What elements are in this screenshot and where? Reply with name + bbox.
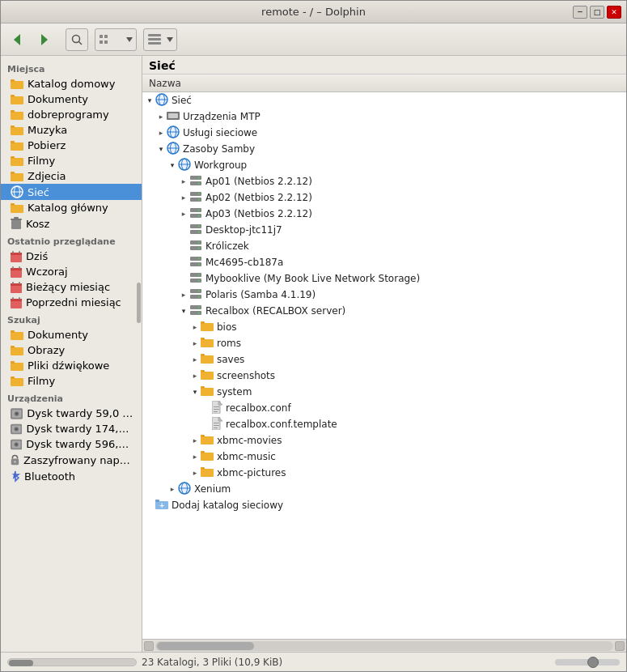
- tree-item-dodaj[interactable]: +Dodaj katalog sieciowy: [142, 497, 626, 513]
- sidebar-item-dobreprogramy[interactable]: dobreprogramy: [1, 107, 142, 122]
- tree-item-workgroup[interactable]: ▾Workgroup: [142, 157, 626, 173]
- expand-arrow[interactable]: ▸: [178, 289, 189, 300]
- tree-item-polaris[interactable]: ▸Polaris (Samba 4.1.19): [142, 287, 626, 303]
- expand-arrow[interactable]: ▸: [189, 467, 201, 478]
- collapse-arrow[interactable]: ▾: [178, 305, 189, 317]
- expand-arrow[interactable]: ▸: [189, 451, 201, 462]
- sidebar-item-biezacy[interactable]: Bieżący miesiąc: [1, 279, 142, 295]
- tree-item-label: Króliczek: [205, 240, 249, 252]
- sidebar-item-siec[interactable]: Sieć: [1, 184, 142, 200]
- tree-item-ap03[interactable]: ▸Ap03 (Netbios 2.2.12): [142, 206, 626, 222]
- sidebar-item-katalog-glowny[interactable]: Katalog główny: [1, 200, 142, 215]
- tree-item-desktop[interactable]: Desktop-jtc11j7: [142, 222, 626, 238]
- tree-item-ap02[interactable]: ▸Ap02 (Netbios 2.2.12): [142, 189, 626, 206]
- expand-arrow[interactable]: ▸: [178, 208, 189, 219]
- sidebar: Miejsca Katalog domowy Dokumenty dobrepr…: [1, 56, 142, 652]
- tree-item-mybooklive[interactable]: Mybooklive (My Book Live Network Storage…: [142, 270, 626, 287]
- svg-rect-51: [19, 297, 20, 300]
- sidebar-item-pobierz[interactable]: Pobierz: [1, 138, 142, 153]
- scroll-right-button[interactable]: [615, 641, 625, 651]
- tree-item-urzadzenia-mtp[interactable]: ▸Urządzenia MTP: [142, 108, 626, 125]
- sidebar-item-muzyka[interactable]: Muzyka: [1, 122, 142, 138]
- svg-rect-125: [201, 321, 205, 324]
- no-arrow: [178, 224, 189, 236]
- sidebar-item-dzis[interactable]: Dziś: [1, 249, 142, 264]
- tree-item-uslugi-sieciowe[interactable]: ▸Usługi sieciowe: [142, 125, 626, 141]
- tree-item-ap01[interactable]: ▸Ap01 (Netbios 2.2.12): [142, 173, 626, 189]
- tree-item-xenium[interactable]: ▸Xenium: [142, 481, 626, 497]
- sidebar-search-pliki-dzwiekowe[interactable]: Pliki dźwiękowe: [1, 358, 142, 373]
- sidebar-device-hd1[interactable]: Dysk twardy 59,0 GiB: [1, 406, 142, 421]
- expand-arrow[interactable]: ▸: [155, 127, 167, 138]
- forward-button[interactable]: [32, 28, 57, 52]
- sidebar-item-poprzedni[interactable]: Poprzedni miesiąc: [1, 295, 142, 310]
- tree-item-xbmc-movies[interactable]: ▸xbmc-movies: [142, 432, 626, 449]
- collapse-arrow[interactable]: ▾: [144, 95, 155, 106]
- collapse-arrow[interactable]: ▾: [155, 143, 167, 155]
- tree-item-label: Mc4695-cb187a: [205, 257, 283, 268]
- minimize-button[interactable]: ─: [573, 6, 587, 19]
- tree-item-saves[interactable]: ▸saves: [142, 351, 626, 368]
- tree-item-kroliczek[interactable]: Króliczek: [142, 238, 626, 254]
- svg-marker-0: [14, 34, 20, 45]
- sidebar-device-hd2[interactable]: Dysk twardy 174,8 GiB: [1, 421, 142, 436]
- no-arrow: [144, 500, 155, 511]
- horizontal-scrollbar[interactable]: [155, 641, 613, 651]
- zoom-thumb[interactable]: [587, 657, 599, 668]
- expand-arrow[interactable]: ▸: [155, 111, 167, 122]
- expand-arrow[interactable]: ▸: [189, 370, 201, 381]
- tree-item-recalbox[interactable]: ▾Recalbox (RECALBOX server): [142, 303, 626, 319]
- expand-arrow[interactable]: ▸: [189, 354, 201, 365]
- view-dropdown[interactable]: [95, 28, 137, 51]
- expand-arrow[interactable]: ▸: [178, 192, 189, 203]
- tree-item-xbmc-music[interactable]: ▸xbmc-music: [142, 449, 626, 465]
- maximize-button[interactable]: □: [590, 6, 604, 19]
- tree-container[interactable]: ▾Sieć▸Urządzenia MTP▸Usługi sieciowe▾Zas…: [142, 92, 626, 639]
- tree-item-recalbox-conf[interactable]: recalbox.conf: [142, 400, 626, 416]
- collapse-arrow[interactable]: ▾: [189, 386, 201, 398]
- sidebar-search-obrazy[interactable]: Obrazy: [1, 342, 142, 358]
- tree-item-siec[interactable]: ▾Sieć: [142, 92, 626, 108]
- zoom-slider[interactable]: [555, 659, 620, 666]
- sidebar-item-zdjecia[interactable]: Zdjecia: [1, 168, 142, 184]
- sidebar-search-filmy[interactable]: Filmy: [1, 373, 142, 389]
- sidebar-item-wczoraj[interactable]: Wczoraj: [1, 264, 142, 279]
- tree-item-screenshots[interactable]: ▸screenshots: [142, 368, 626, 384]
- sidebar-device-encrypted[interactable]: Zaszyfrowany napęd 237...: [1, 452, 142, 468]
- tree-item-xbmc-pictures[interactable]: ▸xbmc-pictures: [142, 465, 626, 481]
- sidebar-item-katalog-domowy[interactable]: Katalog domowy: [1, 76, 142, 91]
- expand-arrow[interactable]: ▸: [167, 483, 178, 495]
- tree-item-zasoby-samby[interactable]: ▾Zasoby Samby: [142, 141, 626, 157]
- tree-item-system[interactable]: ▾system: [142, 384, 626, 400]
- scrollbar-thumb[interactable]: [157, 642, 254, 650]
- sidebar-scrollbar[interactable]: [137, 283, 141, 323]
- tree-item-recalbox-conf-template[interactable]: recalbox.conf.template: [142, 416, 626, 432]
- sidebar-item-filmy[interactable]: Filmy: [1, 153, 142, 168]
- tree-item-icon: [201, 321, 214, 334]
- search-button[interactable]: [66, 28, 88, 51]
- sidebar-item-dokumenty[interactable]: Dokumenty: [1, 91, 142, 107]
- sidebar-search-dokumenty[interactable]: Dokumenty: [1, 327, 142, 342]
- svg-point-94: [198, 193, 200, 194]
- expand-arrow[interactable]: ▸: [189, 338, 201, 349]
- tree-item-bios[interactable]: ▸bios: [142, 319, 626, 335]
- progress-thumb[interactable]: [9, 660, 33, 666]
- expand-arrow[interactable]: ▸: [178, 176, 189, 187]
- scroll-left-button[interactable]: [144, 641, 154, 651]
- sidebar-device-hd3[interactable]: Dysk twardy 596,0 MiB: [1, 436, 142, 452]
- sidebar-device-bluetooth[interactable]: Bluetooth: [1, 468, 142, 484]
- close-button[interactable]: ✕: [607, 6, 621, 19]
- svg-rect-127: [201, 338, 205, 340]
- icon-dropdown[interactable]: [143, 28, 177, 51]
- collapse-arrow[interactable]: ▾: [167, 159, 178, 171]
- expand-arrow[interactable]: ▸: [189, 435, 201, 446]
- svg-rect-18: [11, 112, 23, 120]
- dolphin-window: remote - / – Dolphin ─ □ ✕: [0, 0, 627, 672]
- column-name-label: Nazwa: [149, 78, 181, 89]
- tree-item-mc4695[interactable]: Mc4695-cb187a: [142, 254, 626, 270]
- sidebar-item-kosz[interactable]: Kosz: [1, 215, 142, 232]
- back-button[interactable]: [4, 28, 30, 52]
- expand-arrow[interactable]: ▸: [189, 321, 201, 333]
- tree-item-roms[interactable]: ▸roms: [142, 335, 626, 351]
- svg-point-122: [198, 306, 200, 308]
